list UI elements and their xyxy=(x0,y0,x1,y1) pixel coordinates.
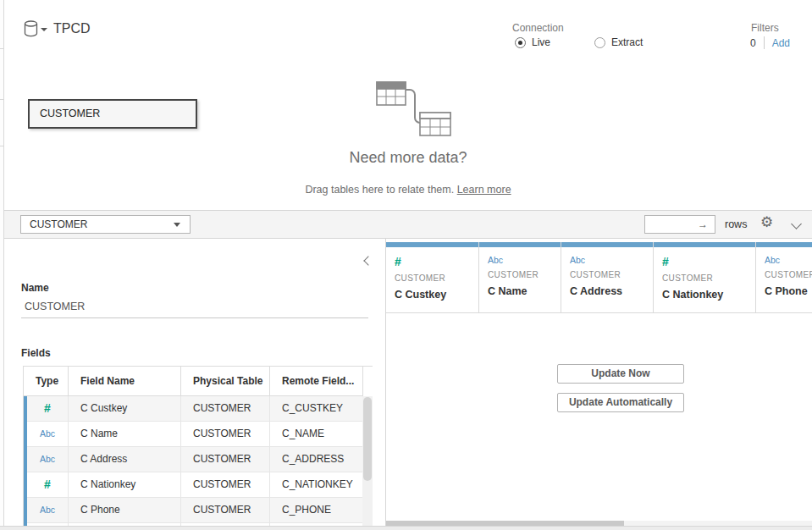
filters-row: 0 Add xyxy=(750,36,790,49)
grid-column-c-name[interactable]: Abc CUSTOMER C Name xyxy=(479,242,561,312)
number-type-icon: # xyxy=(27,472,69,498)
column-field-name: C Custkey xyxy=(395,289,472,301)
pane-tick xyxy=(0,48,4,49)
extract-radio-label: Extract xyxy=(611,36,643,48)
name-label: Name xyxy=(21,282,49,294)
column-table-name: CUSTOMER xyxy=(488,270,554,279)
live-radio-label: Live xyxy=(532,36,550,48)
number-type-icon: # xyxy=(395,255,472,268)
remote-field-cell: C_NATIONKEY xyxy=(270,472,363,498)
col-header-field-name[interactable]: Field Name xyxy=(69,367,181,396)
fields-table: Type Field Name Physical Table Remote Fi… xyxy=(23,366,373,526)
table-row[interactable]: # C Nationkey CUSTOMER C_NATIONKEY xyxy=(27,472,373,498)
gear-icon[interactable]: ⚙ xyxy=(760,213,773,231)
radio-live[interactable]: Live xyxy=(515,36,550,48)
field-name-cell: C Name xyxy=(69,422,181,447)
table-row[interactable]: Abc C Name CUSTOMER C_NAME xyxy=(27,422,373,447)
field-metadata-panel: Name CUSTOMER Fields Type Field Name Phy… xyxy=(4,239,386,526)
live-radio-icon[interactable] xyxy=(515,37,526,48)
physical-table-cell: CUSTOMER xyxy=(181,422,270,447)
grid-column-c-custkey[interactable]: # CUSTOMER C Custkey xyxy=(386,242,479,312)
number-type-icon: # xyxy=(27,396,69,422)
add-filter-link[interactable]: Add xyxy=(772,37,790,49)
update-automatically-button[interactable]: Update Automatically xyxy=(557,393,684,412)
need-more-data-title: Need more data? xyxy=(281,149,535,167)
physical-table-cell: CUSTOMER xyxy=(181,472,270,498)
fields-table-header: Type Field Name Physical Table Remote Fi… xyxy=(24,367,373,396)
number-type-icon: # xyxy=(662,255,748,268)
pane-tick xyxy=(0,146,4,146)
grid-column-c-nationkey[interactable]: # CUSTOMER C Nationkey xyxy=(654,242,756,312)
relate-tables-icon xyxy=(370,79,455,141)
filters-count: 0 xyxy=(750,37,756,49)
string-type-icon: Abc xyxy=(765,255,812,265)
string-type-icon: Abc xyxy=(27,447,69,472)
rows-label: rows xyxy=(725,218,747,230)
field-name-cell: C Address xyxy=(69,447,181,472)
column-table-name: CUSTOMER xyxy=(570,270,646,279)
grid-column-c-phone[interactable]: Abc CUSTOMER C Phone xyxy=(756,242,812,312)
table-selector-value: CUSTOMER xyxy=(30,218,87,230)
connection-options: Live Extract xyxy=(515,36,643,48)
database-menu-caret-icon[interactable] xyxy=(41,28,47,31)
name-input-underline xyxy=(21,317,368,318)
string-type-icon: Abc xyxy=(488,255,554,265)
table-row[interactable]: Abc C Address CUSTOMER C_ADDRESS xyxy=(27,447,373,472)
table-row[interactable]: Abc C Phone CUSTOMER C_PHONE xyxy=(27,498,373,523)
learn-more-link[interactable]: Learn more xyxy=(457,184,511,196)
selected-table-stripe xyxy=(24,396,27,526)
fields-table-scrollbar[interactable] xyxy=(362,396,373,526)
name-input[interactable]: CUSTOMER xyxy=(25,301,363,312)
grid-column-headers: # CUSTOMER C Custkey Abc CUSTOMER C Name… xyxy=(386,242,812,312)
datasource-title[interactable]: TPCD xyxy=(53,21,91,36)
column-table-name: CUSTOMER xyxy=(395,273,472,283)
rows-count-input[interactable]: → xyxy=(644,215,715,234)
radio-extract[interactable]: Extract xyxy=(594,36,643,48)
fields-label: Fields xyxy=(21,347,51,359)
drag-tables-hint: Drag tables here to relate them. Learn m… xyxy=(222,184,594,196)
extract-radio-icon[interactable] xyxy=(594,37,605,48)
field-name-cell: C Nationkey xyxy=(69,472,181,498)
update-now-button[interactable]: Update Now xyxy=(557,364,684,384)
column-field-name: C Name xyxy=(488,285,554,297)
remote-field-cell: C_CUSTKEY xyxy=(270,396,363,422)
string-type-icon: Abc xyxy=(27,498,69,523)
column-field-name: C Address xyxy=(570,285,646,297)
string-type-icon: Abc xyxy=(27,422,69,447)
tableau-datasource-page: TPCD Connection Live Extract Filters 0 A… xyxy=(0,0,812,530)
physical-table-cell: CUSTOMER xyxy=(181,447,270,472)
database-icon[interactable] xyxy=(24,20,38,40)
column-table-name: CUSTOMER xyxy=(765,270,812,279)
remote-field-cell: C_ADDRESS xyxy=(270,447,363,472)
remote-field-cell: C_NAME xyxy=(270,422,363,447)
drag-tables-text: Drag tables here to relate them. xyxy=(305,184,454,196)
column-table-name: CUSTOMER xyxy=(662,273,748,283)
physical-table-cell: CUSTOMER xyxy=(181,498,270,523)
physical-table-cell: CUSTOMER xyxy=(181,396,270,422)
canvas-table-customer[interactable]: CUSTOMER xyxy=(28,99,197,129)
field-name-cell: C Phone xyxy=(69,498,181,523)
arrow-right-icon: → xyxy=(698,218,708,230)
column-field-name: C Nationkey xyxy=(662,289,748,301)
filters-label: Filters xyxy=(751,22,779,34)
connection-label: Connection xyxy=(512,22,564,34)
col-header-remote-field[interactable]: Remote Field... xyxy=(270,367,363,396)
scrollbar-thumb[interactable] xyxy=(363,397,372,481)
pane-tick xyxy=(0,99,4,100)
collapsed-connections-pane[interactable] xyxy=(0,0,4,530)
filters-divider xyxy=(764,36,765,49)
col-header-physical-table[interactable]: Physical Table xyxy=(181,367,270,396)
grid-header-border xyxy=(386,312,812,313)
data-preview-grid: # CUSTOMER C Custkey Abc CUSTOMER C Name… xyxy=(386,239,812,526)
col-header-type[interactable]: Type xyxy=(24,367,69,396)
collapse-panel-icon[interactable] xyxy=(363,256,373,265)
table-row[interactable]: # C Custkey CUSTOMER C_CUSTKEY xyxy=(27,396,373,422)
grid-column-c-address[interactable]: Abc CUSTOMER C Address xyxy=(561,242,654,312)
grid-toolbar: CUSTOMER → rows ⚙ xyxy=(4,210,812,239)
dropdown-caret-icon xyxy=(174,223,180,227)
table-selector-dropdown[interactable]: CUSTOMER xyxy=(20,215,191,234)
field-name-cell: C Custkey xyxy=(69,396,181,422)
chevron-down-icon[interactable] xyxy=(791,218,802,229)
string-type-icon: Abc xyxy=(570,255,646,265)
column-field-name: C Phone xyxy=(765,285,812,297)
